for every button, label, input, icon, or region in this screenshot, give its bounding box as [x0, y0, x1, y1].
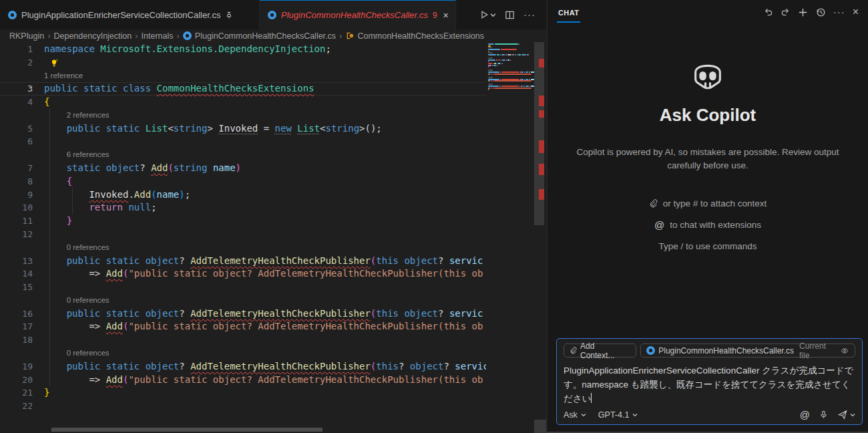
line-number[interactable]: 8: [0, 175, 44, 188]
code-line-18[interactable]: 18: [0, 333, 486, 347]
code-token: (: [371, 255, 376, 268]
tab-plugin-application-enricher[interactable]: PluginApplicationEnricherServiceCollecti…: [0, 0, 260, 29]
code-token: string: [326, 122, 360, 136]
code-line-5[interactable]: 5public static List<string> Invoked = ne…: [0, 122, 486, 136]
code-line-9[interactable]: 9Invoked.Add(name);: [0, 188, 486, 202]
line-number[interactable]: 17: [0, 320, 44, 333]
line-number[interactable]: 7: [0, 162, 44, 175]
lightbulb-icon[interactable]: [50, 58, 59, 67]
hint-text: or type # to attach context: [663, 198, 767, 208]
line-number[interactable]: 16: [0, 307, 44, 321]
code-line-17[interactable]: 17=> Add("public static object? AddTelem…: [0, 320, 486, 333]
breadcrumb-item[interactable]: DependencyInjection: [53, 31, 132, 41]
code-line-15[interactable]: 15: [0, 281, 486, 294]
code-line-20[interactable]: 20=> Add("public static object? AddTelem…: [0, 374, 486, 387]
code-line-3[interactable]: 3public static class CommonHealthChecksE…: [0, 82, 486, 96]
send-button[interactable]: [837, 410, 855, 420]
more-icon[interactable]: ···: [523, 11, 535, 18]
current-file-chip[interactable]: PluginCommonHealthChecksCaller.cs Curren…: [640, 343, 855, 357]
close-icon[interactable]: ×: [853, 6, 859, 18]
mention-icon[interactable]: @: [800, 409, 810, 420]
close-icon[interactable]: ×: [443, 10, 449, 21]
more-icon[interactable]: ···: [833, 9, 845, 15]
history-icon[interactable]: [815, 7, 826, 17]
breadcrumb-item[interactable]: RKPlugin: [9, 31, 44, 41]
code-line-2[interactable]: 2: [0, 56, 486, 69]
horizontal-scrollbar[interactable]: [0, 428, 486, 432]
code-line-13[interactable]: 13public static object? AddTelemetryHeal…: [0, 255, 486, 268]
code-line-12[interactable]: 12: [0, 228, 486, 241]
breadcrumb-item[interactable]: PluginCommonHealthChecksCaller.cs: [195, 31, 336, 41]
scrollbar-thumb[interactable]: [51, 428, 322, 432]
code-line-22[interactable]: 22: [0, 400, 486, 413]
line-number[interactable]: 18: [0, 333, 44, 347]
code-token: ?: [399, 360, 410, 374]
code-line-16[interactable]: 16public static object? AddTelemetryHeal…: [0, 307, 486, 321]
editor-group: PluginApplicationEnricherServiceCollecti…: [0, 0, 546, 433]
line-number[interactable]: 19: [0, 360, 44, 374]
vertical-scrollbar[interactable]: [534, 42, 544, 433]
add-context-button[interactable]: Add Context...: [564, 343, 636, 357]
code-token: string: [174, 122, 208, 136]
code-token: (: [168, 162, 173, 175]
pin-icon[interactable]: [225, 11, 233, 19]
line-number[interactable]: 6: [0, 135, 44, 148]
line-number[interactable]: 4: [0, 96, 44, 109]
code-line-1[interactable]: 1namespace Microsoft.Extensions.Dependen…: [0, 43, 486, 56]
chat-input-box[interactable]: Add Context... PluginCommonHealthChecksC…: [556, 338, 863, 425]
line-number[interactable]: 21: [0, 386, 44, 400]
code-line-8[interactable]: 8{: [0, 175, 486, 188]
eye-icon[interactable]: [840, 347, 849, 355]
line-number[interactable]: 20: [0, 374, 44, 387]
code-line-19[interactable]: 19public static object? AddTelemetryHeal…: [0, 360, 486, 374]
code-token: [207, 162, 212, 175]
model-picker[interactable]: GPT-4.1: [598, 410, 638, 420]
new-chat-icon[interactable]: [798, 7, 808, 17]
code-token: ): [179, 188, 184, 202]
codelens-references[interactable]: 0 references: [0, 241, 486, 255]
breadcrumb-separator: ›: [339, 31, 342, 41]
line-number[interactable]: 5: [0, 122, 44, 136]
code-editor[interactable]: 1namespace Microsoft.Extensions.Dependen…: [0, 42, 546, 433]
codelens-references[interactable]: 0 references: [0, 347, 486, 360]
code-line-7[interactable]: 7static object? Add(string name): [0, 162, 486, 175]
breadcrumb-item[interactable]: Internals: [142, 31, 174, 41]
undo-icon[interactable]: [763, 7, 773, 17]
chat-prompt-input[interactable]: PluginApplicationEnricherServiceCollecti…: [564, 364, 855, 406]
code-line-21[interactable]: 21}: [0, 386, 486, 400]
minimap-line: [486, 88, 534, 89]
mode-picker[interactable]: Ask: [564, 410, 586, 420]
line-number[interactable]: 22: [0, 400, 44, 413]
code-line-10[interactable]: 10return null;: [0, 201, 486, 214]
line-number[interactable]: 9: [0, 188, 44, 202]
code-line-11[interactable]: 11}: [0, 214, 486, 228]
line-number[interactable]: 13: [0, 255, 44, 268]
code-token: (: [123, 267, 128, 281]
line-number[interactable]: 10: [0, 201, 44, 214]
codelens-references[interactable]: 6 references: [0, 148, 486, 162]
line-number[interactable]: 3: [0, 82, 44, 96]
run-icon[interactable]: [479, 10, 496, 19]
line-number[interactable]: 1: [0, 43, 44, 56]
line-number[interactable]: 2: [0, 56, 44, 69]
csharp-file-icon: [8, 11, 17, 19]
line-number[interactable]: 15: [0, 281, 44, 294]
code-token: AddTelemetryHealthCheckPublisher: [190, 360, 371, 374]
code-line-4[interactable]: 4{: [0, 96, 486, 109]
code-line-14[interactable]: 14=> Add("public static object? AddTelem…: [0, 267, 486, 281]
line-number[interactable]: 12: [0, 228, 44, 241]
breadcrumb-item[interactable]: CommonHealthChecksExtensions: [357, 31, 484, 41]
line-number[interactable]: 14: [0, 267, 44, 281]
split-editor-icon[interactable]: [505, 10, 515, 20]
codelens-references[interactable]: 1 reference: [0, 69, 486, 83]
code-line-6[interactable]: 6: [0, 135, 486, 148]
tab-chat[interactable]: CHAT: [557, 2, 580, 23]
redo-icon[interactable]: [781, 7, 791, 17]
mic-icon[interactable]: [819, 410, 828, 420]
tab-plugin-common-health-checks[interactable]: PluginCommonHealthChecksCaller.cs 9 ×: [260, 0, 456, 29]
minimap[interactable]: [486, 42, 534, 433]
codelens-references[interactable]: 0 references: [0, 294, 486, 307]
line-number[interactable]: 11: [0, 214, 44, 228]
codelens-references[interactable]: 2 references: [0, 109, 486, 122]
indent-guide: [72, 188, 73, 214]
